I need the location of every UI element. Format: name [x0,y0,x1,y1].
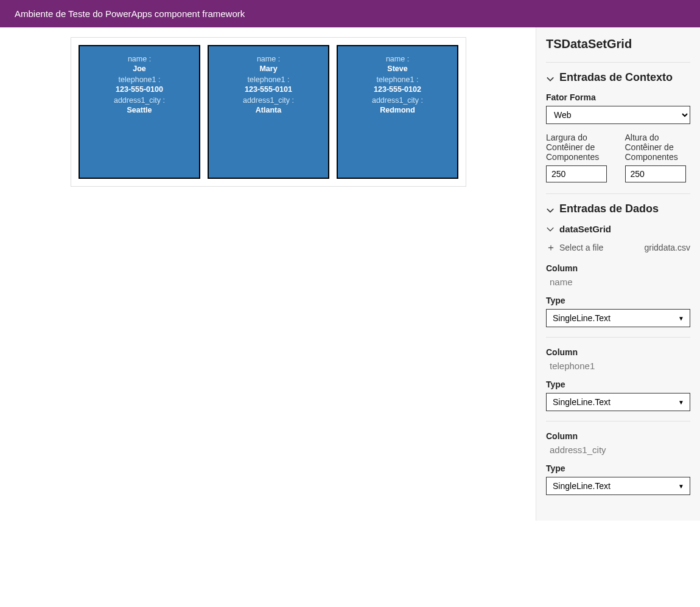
card-field-value: Steve [338,64,457,73]
form-factor-label: Fator Forma [546,92,690,102]
component-canvas: name :Joetelephone1 :123-555-0100address… [71,37,466,187]
card-field-label: name : [80,55,199,63]
card-field-value: Joe [80,64,199,73]
type-label: Type [546,463,690,473]
type-label: Type [546,296,690,305]
column-type-select[interactable]: SingleLine.Text [546,477,690,495]
card-field-value: 123-555-0102 [338,85,457,94]
select-file-button[interactable]: ＋ Select a file [546,243,603,252]
container-width-label: Largura do Contêiner de Componentes [546,133,612,162]
column-type-select[interactable]: SingleLine.Text [546,309,690,327]
container-width-input[interactable] [546,165,607,182]
column-block: Columnaddress1_cityTypeSingleLine.Text [546,421,690,495]
card-field-value: 123-555-0101 [209,85,328,94]
dataset-header[interactable]: dataSetGrid [546,224,690,234]
properties-panel: TSDataSetGrid Entradas de Contexto Fator… [536,27,700,521]
context-inputs-header[interactable]: Entradas de Contexto [546,71,690,84]
column-label: Column [546,263,690,273]
data-inputs-header[interactable]: Entradas de Dados [546,203,690,215]
container-height-input[interactable] [625,165,686,182]
data-card[interactable]: name :Marytelephone1 :123-555-0101addres… [208,45,329,179]
chevron-down-icon [546,205,555,213]
data-card[interactable]: name :Stevetelephone1 :123-555-0102addre… [337,45,458,179]
card-field-label: address1_city : [338,96,457,105]
column-block: Columntelephone1TypeSingleLine.Text [546,337,690,411]
form-factor-select[interactable]: Web [546,106,690,124]
context-inputs-title: Entradas de Contexto [559,71,673,84]
container-height-label: Altura do Contêiner de Componentes [625,133,691,162]
column-type-select[interactable]: SingleLine.Text [546,393,690,411]
card-field-value: 123-555-0100 [80,85,199,94]
card-field-value: Atlanta [209,106,328,114]
dataset-name: dataSetGrid [559,224,611,234]
column-label: Column [546,347,690,357]
selected-filename: griddata.csv [645,243,690,252]
card-field-value: Redmond [338,106,457,114]
chevron-down-icon [546,74,555,82]
select-file-label: Select a file [559,243,603,252]
data-inputs-title: Entradas de Dados [559,203,659,215]
column-name: address1_city [550,445,690,455]
card-field-label: address1_city : [209,96,328,105]
app-title: Ambiente de Teste do PowerApps component… [15,9,245,19]
card-field-value: Seattle [80,106,199,114]
chevron-down-icon [546,225,555,234]
card-field-label: telephone1 : [209,75,328,84]
card-field-label: telephone1 : [80,75,199,84]
card-field-label: telephone1 : [338,75,457,84]
preview-area: name :Joetelephone1 :123-555-0100address… [0,27,536,521]
plus-icon: ＋ [546,243,556,252]
column-name: telephone1 [550,361,690,371]
app-header: Ambiente de Teste do PowerApps component… [0,0,700,27]
card-field-label: name : [209,55,328,63]
card-field-label: name : [338,55,457,63]
column-label: Column [546,431,690,441]
divider [546,62,690,63]
component-name: TSDataSetGrid [546,37,690,51]
divider [546,193,690,194]
column-name: name [550,277,690,287]
card-field-value: Mary [209,64,328,73]
card-field-label: address1_city : [80,96,199,105]
type-label: Type [546,380,690,389]
data-card[interactable]: name :Joetelephone1 :123-555-0100address… [79,45,200,179]
column-block: ColumnnameTypeSingleLine.Text [546,263,690,327]
